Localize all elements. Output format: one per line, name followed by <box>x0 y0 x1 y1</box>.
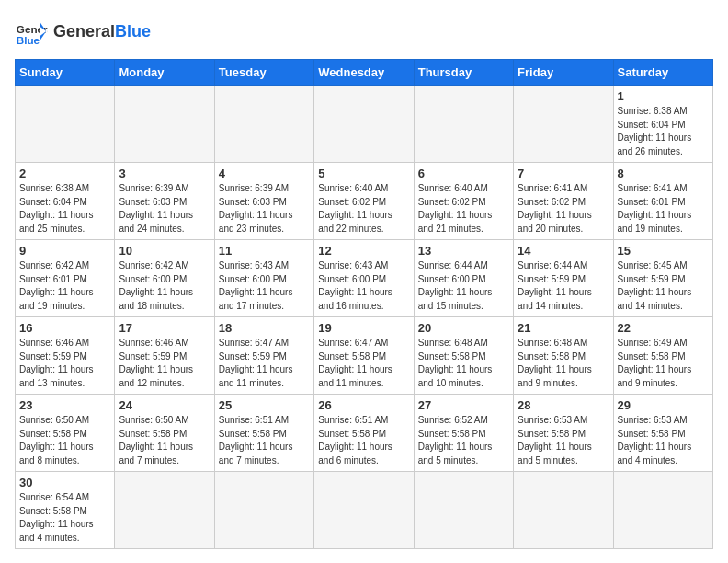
calendar-cell: 19Sunrise: 6:47 AM Sunset: 5:58 PM Dayli… <box>314 317 414 395</box>
calendar-cell: 26Sunrise: 6:51 AM Sunset: 5:58 PM Dayli… <box>314 395 414 472</box>
calendar-cell: 4Sunrise: 6:39 AM Sunset: 6:03 PM Daylig… <box>214 163 313 240</box>
day-info: Sunrise: 6:50 AM Sunset: 5:58 PM Dayligh… <box>19 414 110 467</box>
calendar-cell: 11Sunrise: 6:43 AM Sunset: 6:00 PM Dayli… <box>214 240 313 317</box>
calendar-cell: 6Sunrise: 6:40 AM Sunset: 6:02 PM Daylig… <box>414 163 513 240</box>
calendar-cell: 27Sunrise: 6:52 AM Sunset: 5:58 PM Dayli… <box>414 395 513 472</box>
day-number: 19 <box>318 321 409 335</box>
calendar-cell <box>613 472 712 549</box>
weekday-header-wednesday: Wednesday <box>314 60 414 86</box>
calendar-cell: 14Sunrise: 6:44 AM Sunset: 5:59 PM Dayli… <box>514 240 613 317</box>
calendar-cell: 23Sunrise: 6:50 AM Sunset: 5:58 PM Dayli… <box>16 395 115 472</box>
calendar-cell: 20Sunrise: 6:48 AM Sunset: 5:58 PM Dayli… <box>414 317 513 395</box>
svg-text:Blue: Blue <box>17 34 40 46</box>
calendar-cell: 22Sunrise: 6:49 AM Sunset: 5:58 PM Dayli… <box>613 317 712 395</box>
calendar-cell: 15Sunrise: 6:45 AM Sunset: 5:59 PM Dayli… <box>613 240 712 317</box>
day-info: Sunrise: 6:38 AM Sunset: 6:04 PM Dayligh… <box>618 105 709 158</box>
day-number: 29 <box>618 398 709 412</box>
day-number: 25 <box>219 398 310 412</box>
calendar-cell <box>514 472 613 549</box>
calendar-cell <box>214 472 313 549</box>
day-number: 26 <box>318 398 409 412</box>
day-number: 10 <box>119 244 210 258</box>
calendar-cell <box>214 86 313 163</box>
day-number: 28 <box>518 398 609 412</box>
day-info: Sunrise: 6:39 AM Sunset: 6:03 PM Dayligh… <box>119 182 210 236</box>
day-info: Sunrise: 6:38 AM Sunset: 6:04 PM Dayligh… <box>19 182 110 236</box>
calendar-cell: 5Sunrise: 6:40 AM Sunset: 6:02 PM Daylig… <box>314 163 414 240</box>
calendar-cell: 10Sunrise: 6:42 AM Sunset: 6:00 PM Dayli… <box>115 240 214 317</box>
day-number: 7 <box>518 167 609 180</box>
logo: General Blue GeneralBlue <box>15 15 151 48</box>
day-info: Sunrise: 6:39 AM Sunset: 6:03 PM Dayligh… <box>219 182 310 236</box>
day-info: Sunrise: 6:54 AM Sunset: 5:58 PM Dayligh… <box>19 491 110 545</box>
day-number: 12 <box>318 244 409 258</box>
day-info: Sunrise: 6:44 AM Sunset: 5:59 PM Dayligh… <box>518 259 609 313</box>
calendar-cell <box>115 86 214 163</box>
day-info: Sunrise: 6:53 AM Sunset: 5:58 PM Dayligh… <box>618 414 709 467</box>
day-info: Sunrise: 6:44 AM Sunset: 6:00 PM Dayligh… <box>418 259 509 313</box>
calendar-cell: 8Sunrise: 6:41 AM Sunset: 6:01 PM Daylig… <box>613 163 712 240</box>
day-info: Sunrise: 6:40 AM Sunset: 6:02 PM Dayligh… <box>318 182 409 236</box>
day-number: 20 <box>418 321 509 335</box>
day-info: Sunrise: 6:49 AM Sunset: 5:58 PM Dayligh… <box>618 337 709 390</box>
day-info: Sunrise: 6:40 AM Sunset: 6:02 PM Dayligh… <box>418 182 509 236</box>
day-number: 27 <box>418 398 509 412</box>
day-info: Sunrise: 6:42 AM Sunset: 6:00 PM Dayligh… <box>119 259 210 313</box>
calendar-cell: 17Sunrise: 6:46 AM Sunset: 5:59 PM Dayli… <box>115 317 214 395</box>
calendar-cell <box>115 472 214 549</box>
calendar-cell <box>414 472 513 549</box>
day-number: 13 <box>418 244 509 258</box>
day-info: Sunrise: 6:47 AM Sunset: 5:59 PM Dayligh… <box>219 337 310 390</box>
page-header: General Blue GeneralBlue <box>15 15 713 48</box>
day-info: Sunrise: 6:48 AM Sunset: 5:58 PM Dayligh… <box>518 337 609 390</box>
calendar-cell: 18Sunrise: 6:47 AM Sunset: 5:59 PM Dayli… <box>214 317 313 395</box>
day-info: Sunrise: 6:43 AM Sunset: 6:00 PM Dayligh… <box>318 259 409 313</box>
calendar-cell: 12Sunrise: 6:43 AM Sunset: 6:00 PM Dayli… <box>314 240 414 317</box>
calendar-cell: 29Sunrise: 6:53 AM Sunset: 5:58 PM Dayli… <box>613 395 712 472</box>
day-info: Sunrise: 6:47 AM Sunset: 5:58 PM Dayligh… <box>318 337 409 390</box>
calendar-cell: 3Sunrise: 6:39 AM Sunset: 6:03 PM Daylig… <box>115 163 214 240</box>
day-number: 1 <box>618 89 709 103</box>
calendar-cell: 16Sunrise: 6:46 AM Sunset: 5:59 PM Dayli… <box>16 317 115 395</box>
day-number: 14 <box>518 244 609 258</box>
day-info: Sunrise: 6:43 AM Sunset: 6:00 PM Dayligh… <box>219 259 310 313</box>
day-number: 8 <box>618 167 709 180</box>
calendar-cell: 13Sunrise: 6:44 AM Sunset: 6:00 PM Dayli… <box>414 240 513 317</box>
calendar-cell <box>414 86 513 163</box>
day-number: 3 <box>119 167 210 180</box>
day-info: Sunrise: 6:46 AM Sunset: 5:59 PM Dayligh… <box>19 337 110 390</box>
logo-general-text: General <box>53 22 115 40</box>
weekday-header-friday: Friday <box>514 60 613 86</box>
day-number: 9 <box>19 244 110 258</box>
logo-blue-text: Blue <box>115 22 151 40</box>
day-number: 21 <box>518 321 609 335</box>
calendar-cell: 1Sunrise: 6:38 AM Sunset: 6:04 PM Daylig… <box>613 86 712 163</box>
day-info: Sunrise: 6:51 AM Sunset: 5:58 PM Dayligh… <box>318 414 409 467</box>
calendar-cell: 28Sunrise: 6:53 AM Sunset: 5:58 PM Dayli… <box>514 395 613 472</box>
day-info: Sunrise: 6:52 AM Sunset: 5:58 PM Dayligh… <box>418 414 509 467</box>
calendar-header: SundayMondayTuesdayWednesdayThursdayFrid… <box>16 60 713 86</box>
day-info: Sunrise: 6:41 AM Sunset: 6:01 PM Dayligh… <box>618 182 709 236</box>
weekday-header-saturday: Saturday <box>613 60 712 86</box>
day-number: 11 <box>219 244 310 258</box>
day-number: 17 <box>119 321 210 335</box>
day-number: 18 <box>219 321 310 335</box>
calendar-cell: 21Sunrise: 6:48 AM Sunset: 5:58 PM Dayli… <box>514 317 613 395</box>
day-number: 23 <box>19 398 110 412</box>
calendar-cell: 9Sunrise: 6:42 AM Sunset: 6:01 PM Daylig… <box>16 240 115 317</box>
calendar-cell: 30Sunrise: 6:54 AM Sunset: 5:58 PM Dayli… <box>16 472 115 549</box>
generalblue-logo-icon: General Blue <box>15 15 48 48</box>
calendar-cell: 2Sunrise: 6:38 AM Sunset: 6:04 PM Daylig… <box>16 163 115 240</box>
day-number: 24 <box>119 398 210 412</box>
day-info: Sunrise: 6:53 AM Sunset: 5:58 PM Dayligh… <box>518 414 609 467</box>
weekday-header-tuesday: Tuesday <box>214 60 313 86</box>
day-info: Sunrise: 6:42 AM Sunset: 6:01 PM Dayligh… <box>19 259 110 313</box>
day-info: Sunrise: 6:46 AM Sunset: 5:59 PM Dayligh… <box>119 337 210 390</box>
day-info: Sunrise: 6:50 AM Sunset: 5:58 PM Dayligh… <box>119 414 210 467</box>
calendar-table: SundayMondayTuesdayWednesdayThursdayFrid… <box>15 59 713 549</box>
calendar-cell <box>314 86 414 163</box>
calendar-cell <box>314 472 414 549</box>
day-number: 22 <box>618 321 709 335</box>
weekday-header-monday: Monday <box>115 60 214 86</box>
day-number: 4 <box>219 167 310 180</box>
